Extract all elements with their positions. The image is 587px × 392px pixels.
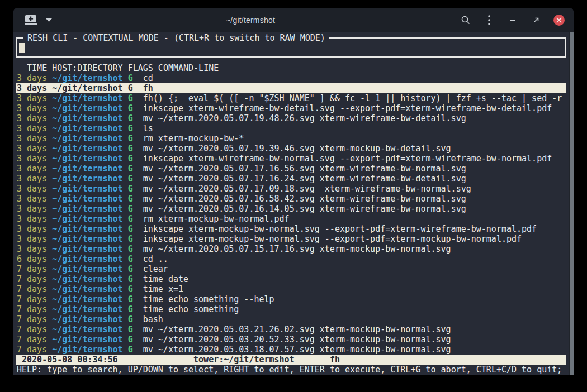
row-host-directory: ~/git/termshot — [52, 294, 127, 304]
row-flags: G — [128, 244, 143, 254]
row-command: mv ~/xterm.2020.05.07.19.39.46.svg xterm… — [143, 144, 451, 154]
screen-background: ~/git/termshot — [0, 0, 587, 392]
history-row[interactable]: 7 days~/git/termshotGmv ~/xterm.2020.05.… — [16, 334, 566, 345]
close-button[interactable] — [553, 15, 565, 26]
table-header: TIME HOST:DIRECTORY FLAGS COMMAND-LINE — [16, 63, 566, 73]
search-button[interactable] — [460, 14, 472, 26]
row-host-directory: ~/git/termshot — [52, 184, 127, 194]
help-line: HELP: type to search, UP/DOWN to select,… — [16, 365, 566, 375]
history-row[interactable]: 3 days~/git/termshotGfh — [16, 83, 566, 93]
row-host-directory: ~/git/termshot — [52, 164, 127, 174]
row-flags: G — [128, 284, 143, 294]
minus-icon — [509, 16, 517, 24]
history-row[interactable]: 7 days~/git/termshotGmv ~/xterm.2020.05.… — [16, 345, 566, 355]
history-row[interactable]: 7 days~/git/termshotGmv ~/xterm.2020.05.… — [16, 324, 566, 334]
history-row[interactable]: 3 days~/git/termshotGinkscape xterm-mock… — [16, 224, 566, 234]
row-command: inkscape xterm-mockup-bw-normal.svg --ex… — [143, 224, 537, 234]
scrollbar[interactable] — [569, 32, 574, 375]
history-row[interactable]: 7 days~/git/termshotGtime x=1 — [16, 284, 566, 294]
row-time: 7 days — [17, 284, 52, 294]
row-host-directory: ~/git/termshot — [52, 284, 127, 294]
row-host-directory: ~/git/termshot — [52, 274, 127, 284]
row-command: fh — [143, 83, 153, 93]
row-flags: G — [128, 93, 143, 103]
row-command: mv ~/xterm.2020.05.07.17.09.18.svg xterm… — [143, 184, 471, 194]
row-time: 3 days — [17, 73, 52, 83]
history-row[interactable]: 3 days~/git/termshotGmv ~/xterm.2020.05.… — [16, 204, 566, 214]
row-host-directory: ~/git/termshot — [52, 93, 127, 103]
history-row[interactable]: 7 days~/git/termshotGtime echo something… — [16, 294, 566, 304]
history-row[interactable]: 3 days~/git/termshotGinkscape xterm-wire… — [16, 154, 566, 164]
row-time: 3 days — [17, 204, 52, 214]
row-command: cd .. — [143, 254, 168, 264]
row-time: 3 days — [17, 83, 52, 93]
row-command: rm xterm-mockup-bw-normal.pdf — [143, 214, 290, 224]
terminal-plus-icon — [25, 15, 37, 25]
new-tab-button[interactable] — [25, 14, 37, 26]
history-row[interactable]: 3 days~/git/termshotGmv ~/xterm.2020.05.… — [16, 144, 566, 154]
tab-dropdown-button[interactable] — [45, 14, 53, 26]
search-box[interactable]: RESH CLI - CONTEXTUAL MODE - (CTRL+R to … — [16, 37, 566, 58]
history-row[interactable]: 3 days~/git/termshotGmv ~/xterm.2020.05.… — [16, 174, 566, 184]
history-row[interactable]: 3 days~/git/termshotGinkscape xterm-mock… — [16, 234, 566, 244]
history-row[interactable]: 3 days~/git/termshotGrm xterm-mockup-bw-… — [16, 214, 566, 224]
history-row[interactable]: 3 days~/git/termshotGmv ~/xterm.2020.05.… — [16, 184, 566, 194]
row-host-directory: ~/git/termshot — [52, 133, 127, 144]
row-command: bash — [143, 314, 163, 324]
status-command: fh — [330, 355, 340, 365]
row-host-directory: ~/git/termshot — [52, 113, 127, 123]
history-row[interactable]: 7 days~/git/termshotGclear — [16, 264, 566, 274]
history-row[interactable]: 3 days~/git/termshotGinkscape xterm-wire… — [16, 103, 566, 113]
history-row[interactable]: 3 days~/git/termshotGmv ~/xterm.2020.05.… — [16, 164, 566, 174]
row-command: time echo something --help — [143, 294, 274, 304]
history-row[interactable]: 3 days~/git/termshotGmv ~/xterm.2020.05.… — [16, 113, 566, 123]
history-row[interactable]: 3 days~/git/termshotGls — [16, 123, 566, 133]
history-row[interactable]: 3 days~/git/termshotGmv ~/xterm.2020.05.… — [16, 194, 566, 204]
resh-mode-title: RESH CLI - CONTEXTUAL MODE - (CTRL+R to … — [23, 33, 329, 43]
row-command: clear — [143, 264, 168, 274]
row-flags: G — [128, 73, 143, 83]
row-time: 7 days — [17, 334, 52, 345]
row-command: inkscape xterm-wireframe-bw-normal.svg -… — [143, 154, 552, 164]
row-flags: G — [128, 234, 143, 244]
restore-button[interactable] — [530, 14, 542, 26]
row-time: 3 days — [17, 214, 52, 224]
row-host-directory: ~/git/termshot — [52, 174, 127, 184]
row-flags: G — [128, 184, 143, 194]
row-time: 7 days — [17, 304, 52, 314]
row-time: 7 days — [17, 274, 52, 284]
row-flags: G — [128, 194, 143, 204]
row-command: mv ~/xterm.2020.05.03.18.07.57.svg xterm… — [143, 345, 451, 355]
row-time: 7 days — [17, 294, 52, 304]
row-command: mv ~/xterm.2020.05.07.15.17.16.svg xterm… — [143, 244, 451, 254]
kebab-menu-icon — [487, 15, 491, 26]
chevron-down-icon — [46, 18, 52, 22]
history-row[interactable]: 7 days~/git/termshotGbash — [16, 314, 566, 324]
row-command: mv ~/xterm.2020.05.07.16.14.05.svg xterm… — [143, 204, 466, 214]
history-row[interactable]: 3 days~/git/termshotGrm xterm-mockup-bw-… — [16, 133, 566, 144]
row-flags: G — [128, 113, 143, 123]
history-row[interactable]: 3 days~/git/termshotGcd — [16, 73, 566, 83]
row-time: 7 days — [17, 264, 52, 274]
row-flags: G — [128, 345, 143, 355]
status-location: tower:~/git/termshot — [193, 355, 295, 365]
history-row[interactable]: 3 days~/git/termshotGfh() {; eval $( ([ … — [16, 93, 566, 103]
row-command: time echo something — [143, 304, 239, 314]
minimize-button[interactable] — [506, 14, 519, 26]
titlebar-right-controls — [448, 14, 574, 26]
row-flags: G — [128, 274, 143, 284]
menu-button[interactable] — [483, 14, 495, 26]
history-row[interactable]: 7 days~/git/termshotGtime echo something — [16, 304, 566, 314]
row-flags: G — [128, 304, 143, 314]
row-flags: G — [128, 294, 143, 304]
row-command: fh() {; eval $( ([ -n "$ZSH_NAME" ] && f… — [143, 93, 562, 103]
row-host-directory: ~/git/termshot — [52, 154, 127, 164]
row-command: mv ~/xterm.2020.05.07.17.16.24.svg xterm… — [143, 174, 466, 184]
row-command: rm xterm-mockup-bw-* — [143, 133, 244, 144]
row-time: 3 days — [17, 123, 52, 133]
history-row[interactable]: 3 days~/git/termshotGmv ~/xterm.2020.05.… — [16, 244, 566, 254]
row-flags: G — [128, 174, 143, 184]
row-host-directory: ~/git/termshot — [52, 144, 127, 154]
history-row[interactable]: 6 days~/git/termshotGcd .. — [16, 254, 566, 264]
history-row[interactable]: 7 days~/git/termshotGtime date — [16, 274, 566, 284]
